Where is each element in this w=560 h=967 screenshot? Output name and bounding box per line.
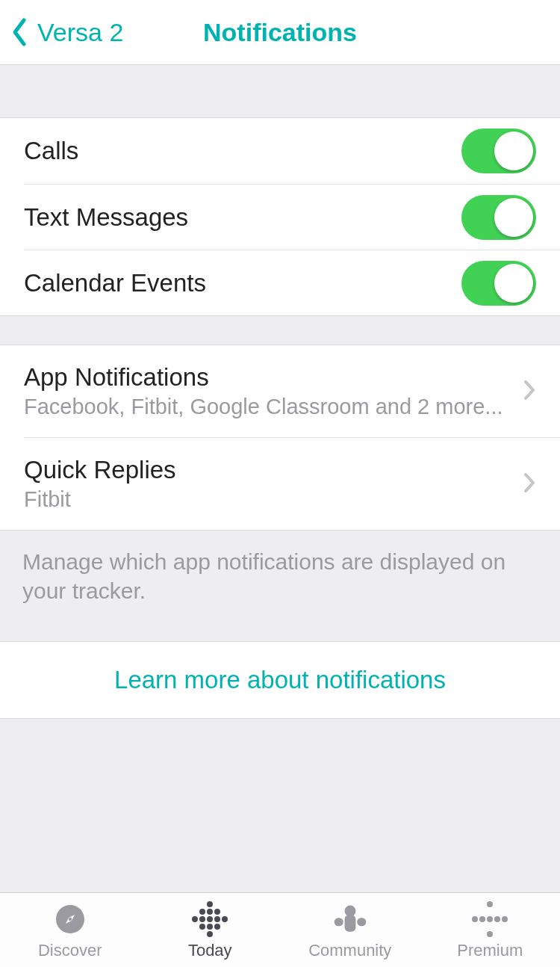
spacer	[0, 316, 560, 345]
tab-bar: Discover Today Community	[0, 892, 560, 967]
svg-rect-6	[357, 918, 366, 926]
row-texts-label: Text Messages	[24, 203, 188, 232]
row-app-notifications[interactable]: App Notifications Facebook, Fitbit, Goog…	[0, 345, 560, 437]
app-notifications-title: App Notifications	[24, 363, 511, 392]
quick-replies-title: Quick Replies	[24, 456, 511, 484]
row-calendar-label: Calendar Events	[24, 269, 206, 297]
quick-replies-subtitle: Fitbit	[24, 487, 511, 512]
community-icon	[332, 900, 369, 938]
app-notifications-subtitle: Facebook, Fitbit, Google Classroom and 2…	[24, 395, 511, 419]
back-label: Versa 2	[37, 18, 123, 47]
chevron-right-icon	[523, 472, 536, 497]
nav-group: App Notifications Facebook, Fitbit, Goog…	[0, 345, 560, 531]
toggle-calendar[interactable]	[461, 261, 536, 306]
row-quick-replies[interactable]: Quick Replies Fitbit	[24, 437, 560, 530]
svg-rect-4	[344, 915, 355, 931]
row-calls: Calls	[0, 118, 560, 184]
svg-point-3	[344, 905, 355, 916]
tab-today-label: Today	[188, 941, 232, 960]
toggle-calls[interactable]	[461, 129, 536, 173]
row-calendar: Calendar Events	[24, 250, 560, 315]
premium-dots-icon	[471, 900, 508, 938]
tab-community[interactable]: Community	[280, 893, 420, 967]
spacer	[0, 605, 560, 641]
tab-premium[interactable]: Premium	[420, 893, 561, 967]
svg-rect-5	[334, 918, 343, 926]
spacer	[0, 65, 560, 117]
row-texts: Text Messages	[24, 184, 560, 250]
section-footer-text: Manage which app notifications are displ…	[0, 531, 560, 605]
chevron-left-icon	[10, 17, 27, 47]
tab-discover-label: Discover	[38, 941, 102, 960]
learn-more-link[interactable]: Learn more about notifications	[114, 666, 446, 693]
svg-point-2	[69, 917, 72, 920]
learn-more-row[interactable]: Learn more about notifications	[0, 641, 560, 719]
toggle-group: Calls Text Messages Calendar Events	[0, 117, 560, 316]
row-calls-label: Calls	[24, 137, 78, 165]
tab-discover[interactable]: Discover	[0, 893, 140, 967]
toggle-texts[interactable]	[461, 195, 536, 240]
header: Versa 2 Notifications	[0, 0, 560, 65]
chevron-right-icon	[523, 379, 536, 404]
compass-icon	[52, 900, 89, 938]
tab-premium-label: Premium	[457, 941, 523, 960]
today-dots-icon	[191, 900, 228, 938]
tab-today[interactable]: Today	[140, 893, 281, 967]
back-button[interactable]: Versa 2	[0, 17, 123, 47]
tab-community-label: Community	[308, 941, 391, 960]
